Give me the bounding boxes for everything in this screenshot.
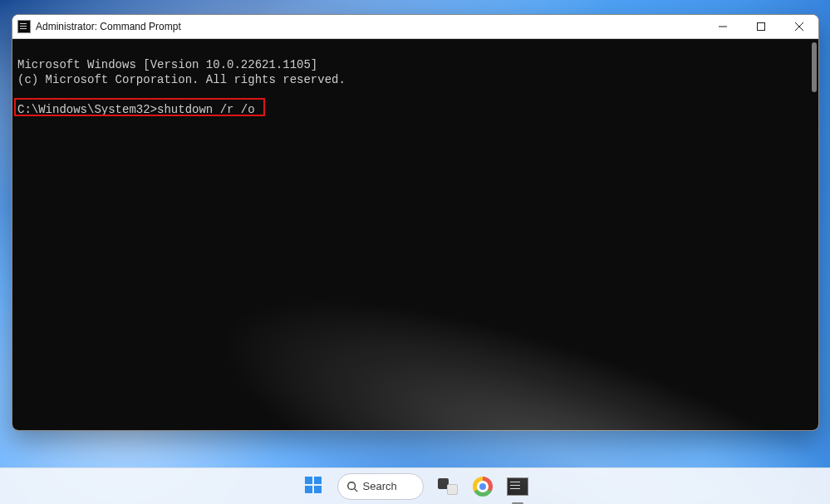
taskbar-search-label: Search [363, 480, 397, 492]
start-button[interactable] [299, 472, 327, 501]
taskbar: Search [0, 467, 830, 504]
windows-logo-icon [303, 475, 323, 498]
taskbar-search[interactable]: Search [334, 472, 427, 501]
terminal-command-input[interactable]: shutdown /r /o [157, 103, 255, 116]
command-prompt-window: Administrator: Command Prompt Microsoft … [12, 14, 819, 431]
minimize-icon [719, 22, 727, 31]
taskbar-app-command-prompt[interactable] [503, 472, 532, 501]
svg-rect-7 [314, 486, 322, 493]
terminal-body[interactable]: Microsoft Windows [Version 10.0.22621.11… [12, 39, 818, 430]
titlebar[interactable]: Administrator: Command Prompt [12, 15, 818, 39]
cmd-icon [17, 20, 31, 33]
cmd-icon [507, 477, 528, 496]
terminal-prompt-path: C:\Windows\System32> [17, 103, 157, 116]
svg-rect-6 [305, 486, 312, 493]
terminal-line-copyright: (c) Microsoft Corporation. All rights re… [17, 73, 346, 86]
task-view-icon [438, 478, 458, 495]
close-icon [795, 22, 803, 31]
terminal-scrollbar[interactable] [812, 42, 817, 92]
terminal-line-version: Microsoft Windows [Version 10.0.22621.11… [17, 58, 317, 71]
search-icon [346, 481, 358, 492]
task-view-button[interactable] [434, 472, 462, 501]
svg-line-9 [354, 488, 357, 492]
window-controls [704, 15, 818, 38]
close-button[interactable] [780, 15, 818, 38]
svg-rect-4 [305, 477, 312, 484]
minimize-button[interactable] [704, 15, 742, 38]
maximize-button[interactable] [742, 15, 780, 38]
window-title: Administrator: Command Prompt [36, 21, 704, 32]
svg-rect-1 [758, 23, 765, 31]
svg-rect-5 [314, 477, 322, 484]
chrome-icon [473, 477, 493, 497]
maximize-icon [757, 22, 765, 31]
desktop-wallpaper: Administrator: Command Prompt Microsoft … [0, 0, 830, 504]
svg-point-8 [347, 482, 355, 489]
taskbar-app-chrome[interactable] [469, 472, 497, 501]
